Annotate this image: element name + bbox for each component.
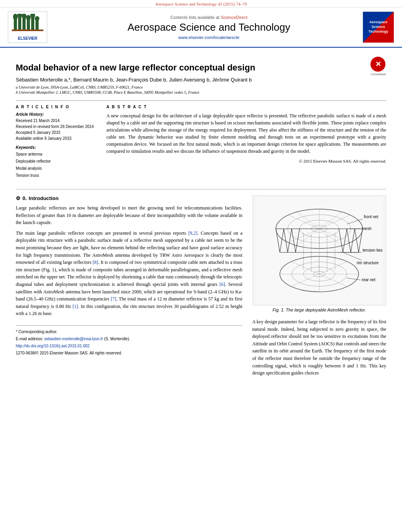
figure-1: front net mesh tension ties rim structur… [252,195,386,312]
sciencedirect-link[interactable]: ScienceDirect [221,15,248,20]
ref-6[interactable]: [6] [220,282,225,287]
astromesh-diagram: front net mesh tension ties rim structur… [256,197,382,304]
left-column: ⚙ 0. Introduction Large parabolic reflec… [16,195,242,377]
ref-8[interactable]: [8] [93,260,98,265]
elsevier-wordmark: ELSEVIER [18,36,37,41]
svg-text:tension ties: tension ties [363,248,382,252]
article-info-heading: A R T I C L E I N F O [16,105,95,109]
abstract-section: A B S T R A C T A new conceptual design … [106,105,386,183]
main-content: Modal behavior of a new large reflector … [0,48,402,385]
svg-text:front net: front net [364,215,378,219]
keyword-1: Space antenna [16,151,95,158]
ref-1[interactable]: [1] [73,304,78,309]
email-link[interactable]: sebastien.morterolle@insa-lyon.fr [44,337,103,341]
elsevier-logo: ELSEVIER [8,11,47,43]
ref-9-2[interactable]: [9,2] [188,230,197,236]
intro-paragraph-1: Large parabolic reflectors are now being… [16,204,242,226]
svg-point-7 [17,14,22,18]
journal-url[interactable]: www.elsevier.com/locate/aescte [55,35,363,40]
copyright: © 2015 Elsevier Masson SAS. All rights r… [106,159,386,163]
intro-heading: ⚙ 0. Introduction [16,195,242,201]
body-columns: ⚙ 0. Introduction Large parabolic reflec… [16,195,386,377]
right-column: front net mesh tension ties rim structur… [252,195,386,377]
footnotes: * Corresponding author. E-mail address: … [16,325,242,356]
content-divider [16,189,386,189]
journal-right-logo: Aerospace Science Technology [363,11,394,43]
citation-bar: Aerospace Science and Technology 42 (201… [0,0,402,7]
authors: Sébastien Morterolle a,*, Bernard Maurin… [16,77,386,83]
article-history: Article History: Received 21 March 2014 … [16,112,95,141]
svg-point-10 [30,14,35,18]
footnote-email: E-mail address: sebastien.morterolle@ins… [16,336,242,342]
figure-1-image: front net mesh tension ties rim structur… [252,195,386,306]
article-title: Modal behavior of a new large reflector … [16,63,255,73]
svg-text:rear net: rear net [362,278,376,282]
journal-title: Aerospace Science and Technology [55,21,363,33]
svg-point-11 [35,16,39,21]
elsevier-tree-icon [12,14,43,35]
sciencedirect-info: Contents lists available at ScienceDirec… [55,15,363,20]
keyword-3: Modal analysis [16,165,95,172]
svg-point-9 [26,15,31,20]
svg-rect-12 [12,30,43,31]
keywords-list: Space antenna Deployable reflector Modal… [16,151,95,179]
affiliation-b: b Université Montpellier 2, LMGC, CNRS, … [16,90,386,95]
footnote-doi: http://dx.doi.org/10.1016/j.ast.2015.01.… [16,343,242,349]
figure-1-caption: Fig. 1. The large deployable AstroMesh r… [252,308,386,312]
svg-rect-4 [31,16,34,30]
crossmark-badge: ✕ CrossMark [370,57,386,72]
journal-center: Contents lists available at ScienceDirec… [55,15,363,40]
gears-text: gears [207,282,217,287]
svg-point-8 [22,14,26,19]
ref-7[interactable]: [7] [111,296,116,302]
intro-section-icon: ⚙ [16,195,20,201]
citation-text: Aerospace Science and Technology 42 (201… [155,2,247,6]
footnote-corresponding: * Corresponding author. [16,329,242,335]
journal-header: ELSEVIER Contents lists available at Sci… [0,7,402,48]
footnote-issn: 1270-9638/© 2015 Elsevier Masson SAS. Al… [16,350,242,356]
article-meta-row: A R T I C L E I N F O Article History: R… [16,100,386,183]
intro-paragraph-2: The main large parabolic reflector conce… [16,230,242,317]
affiliation-a: a Université de Lyon, INSA-Lyon, LaMCoS,… [16,85,386,89]
keywords-section: Keywords: Space antenna Deployable refle… [16,145,95,179]
right-body-paragraph-1: A key design parameter for a large refle… [252,318,386,377]
svg-text:mesh: mesh [362,226,371,231]
svg-text:rim structure: rim structure [357,261,379,265]
abstract-heading: A B S T R A C T [106,105,386,109]
svg-point-6 [13,14,18,20]
affiliations: a Université de Lyon, INSA-Lyon, LaMCoS,… [16,85,386,95]
keyword-4: Tension truss [16,172,95,179]
svg-rect-1 [18,16,21,30]
keyword-2: Deployable reflector [16,158,95,165]
abstract-text: A new conceptual design for the architec… [106,112,386,155]
article-info: A R T I C L E I N F O Article History: R… [16,105,95,183]
doi-link[interactable]: http://dx.doi.org/10.1016/j.ast.2015.01.… [16,344,89,348]
